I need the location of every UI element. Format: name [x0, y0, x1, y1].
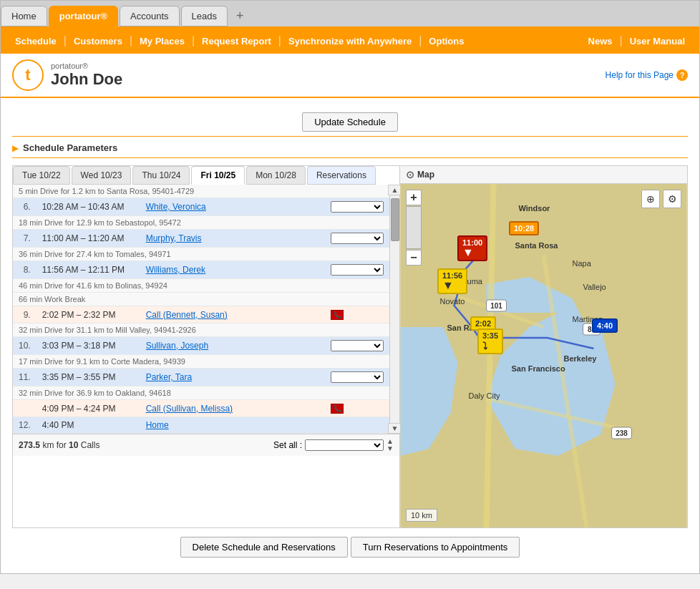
map-svg: 101 80 238 Windsor Santa Rosa Napa Petal… — [400, 184, 687, 527]
day-tab-fri[interactable]: Fri 10/25 — [191, 166, 245, 185]
day-tab-wed[interactable]: Wed 10/23 — [72, 166, 132, 185]
appt-select-11[interactable] — [325, 369, 389, 386]
map-badge-440[interactable]: 4:40 — [592, 318, 618, 333]
add-tab-button[interactable]: + — [229, 6, 251, 26]
appt-num-9: 9. — [13, 306, 37, 323]
schedule-calls-label: Calls — [81, 440, 100, 450]
appt-name-10[interactable]: Sullivan, Joseph — [140, 337, 325, 355]
nav-schedule[interactable]: Schedule — [8, 36, 64, 47]
map-zoom-controls: + − — [406, 190, 422, 266]
tab-accounts[interactable]: Accounts — [120, 6, 179, 26]
appt-select-10[interactable] — [325, 337, 389, 355]
user-header: t portatour® John Doe Help for this Page… — [1, 54, 699, 98]
work-break-text: 66 min Work Break — [13, 293, 389, 306]
appt-name-m[interactable]: Call (Sullivan, Melissa) — [140, 400, 325, 417]
appt-name-7[interactable]: Murphy, Travis — [140, 230, 325, 248]
tab-home[interactable]: Home — [1, 6, 47, 26]
schedule-footer: 273.5 km for 10 Calls Set all : ▲ ▼ — [13, 434, 399, 456]
schedule-params-title: Schedule Parameters — [23, 142, 117, 153]
main-content: Update Schedule ▶ Schedule Parameters Tu… — [1, 98, 699, 573]
day-tab-tue[interactable]: Tue 10/22 — [13, 166, 70, 185]
svg-text:San Francisco: San Francisco — [512, 364, 565, 373]
map-zoom-slider[interactable] — [406, 206, 422, 249]
appt-name-6[interactable]: White, Veronica — [140, 198, 325, 216]
appt-num-6: 6. — [13, 198, 37, 216]
appt-row-call-melissa: 4:09 PM – 4:24 PM Call (Sullivan, Meliss… — [13, 400, 389, 417]
nav-sep-3: | — [192, 34, 195, 47]
map-header: ⊙ Map — [400, 166, 687, 184]
svg-text:101: 101 — [490, 302, 502, 310]
appt-num-7: 7. — [13, 230, 37, 248]
map-top-right-controls: ⊕ ⚙ — [641, 190, 681, 208]
nav-my-places[interactable]: My Places — [132, 36, 192, 47]
delete-schedule-button[interactable]: Delete Schedule and Reservations — [180, 537, 348, 558]
svg-text:Berkeley: Berkeley — [564, 354, 598, 363]
appt-time-11: 3:35 PM – 3:55 PM — [37, 369, 140, 386]
nav-request-report[interactable]: Request Report — [195, 36, 278, 47]
day-tab-mon[interactable]: Mon 10/28 — [246, 166, 306, 185]
drive-text-6: 17 min Drive for 9.1 km to Corte Madera,… — [13, 355, 389, 369]
appt-name-8[interactable]: Williams, Derek — [140, 261, 325, 279]
map-locate-button[interactable]: ⊕ — [641, 190, 660, 208]
footer-scroll-down[interactable]: ▼ — [387, 445, 394, 452]
appt-num-10: 10. — [13, 337, 37, 355]
appt-name-9[interactable]: Call (Bennett, Susan) — [140, 306, 325, 323]
map-badge-335[interactable]: 3:35⤵ — [477, 328, 503, 354]
schedule-params-toggle[interactable]: ▶ — [12, 143, 19, 153]
map-panel: ⊙ Map — [400, 165, 688, 528]
drive-text-2: 18 min Drive for 12.9 km to Sebastopol, … — [13, 216, 389, 230]
map-zoom-out[interactable]: − — [406, 250, 422, 266]
brand-label: portatour® — [51, 62, 122, 70]
appt-time-8: 11:56 AM – 12:11 PM — [37, 261, 140, 279]
scroll-thumb[interactable] — [391, 198, 399, 241]
schedule-panel: Tue 10/22 Wed 10/23 Thu 10/24 Fri 10/25 … — [12, 165, 400, 528]
schedule-km-label: km for — [42, 440, 69, 450]
appt-num-8: 8. — [13, 261, 37, 279]
map-zoom-in[interactable]: + — [406, 190, 422, 205]
svg-text:Napa: Napa — [573, 259, 592, 268]
schedule-summary: 273.5 km for 10 Calls — [19, 440, 99, 450]
drive-text-4: 46 min Drive for 41.6 km to Bolinas, 949… — [13, 279, 389, 293]
appt-row-9: 9. 2:02 PM – 2:32 PM Call (Bennett, Susa… — [13, 306, 389, 323]
appt-name-11[interactable]: Parker, Tara — [140, 369, 325, 386]
appt-num-11: 11. — [13, 369, 37, 386]
map-scale: 10 km — [406, 509, 437, 522]
set-all-label: Set all : — [273, 440, 302, 450]
schedule-footer-right: Set all : ▲ ▼ — [273, 438, 394, 452]
svg-text:Novato: Novato — [440, 297, 465, 306]
map-badge-1100[interactable]: 11:00▼ — [457, 235, 487, 261]
svg-text:238: 238 — [616, 429, 628, 437]
map-settings-button[interactable]: ⚙ — [663, 190, 681, 208]
nav-sync[interactable]: Synchronize with Anywhere — [281, 36, 419, 47]
schedule-params: ▶ Schedule Parameters — [12, 137, 688, 158]
tab-portatour[interactable]: portatour® — [49, 6, 118, 26]
nav-news[interactable]: News — [581, 36, 620, 47]
update-schedule-button[interactable]: Update Schedule — [302, 112, 398, 132]
help-link[interactable]: Help for this Page ? — [606, 69, 688, 81]
appt-name-12[interactable]: Home — [140, 417, 325, 434]
drive-text-3: 36 min Drive for 27.4 km to Tomales, 949… — [13, 248, 389, 261]
call-icon-m: 📞 — [331, 404, 344, 414]
schedule-calls: 10 — [69, 440, 78, 450]
nav-options[interactable]: Options — [422, 36, 471, 47]
help-icon: ? — [676, 69, 688, 81]
day-tab-reservations[interactable]: Reservations — [307, 166, 376, 185]
appt-select-6[interactable] — [325, 198, 389, 216]
svg-text:Vallejo: Vallejo — [583, 283, 606, 291]
schedule-scrollbar[interactable]: ▲ ▼ — [389, 185, 399, 434]
nav-customers[interactable]: Customers — [67, 36, 130, 47]
appt-select-7[interactable] — [325, 230, 389, 248]
map-badge-1156[interactable]: 11:56▼ — [437, 268, 467, 294]
day-tab-thu[interactable]: Thu 10/24 — [132, 166, 190, 185]
appt-row-6: 6. 10:28 AM – 10:43 AM White, Veronica — [13, 198, 389, 216]
map-badge-1028[interactable]: 10:28 — [509, 221, 539, 235]
map-area[interactable]: 101 80 238 Windsor Santa Rosa Napa Petal… — [400, 184, 687, 527]
tab-leads[interactable]: Leads — [181, 6, 228, 26]
map-location-icon: ⊙ — [406, 169, 414, 180]
appt-row-7: 7. 11:00 AM – 11:20 AM Murphy, Travis — [13, 230, 389, 248]
help-text: Help for this Page — [606, 70, 674, 80]
nav-user-manual[interactable]: User Manual — [623, 36, 692, 47]
set-all-select[interactable] — [305, 439, 384, 451]
turn-reservations-button[interactable]: Turn Reservations to Appointments — [351, 537, 520, 558]
appt-select-8[interactable] — [325, 261, 389, 279]
